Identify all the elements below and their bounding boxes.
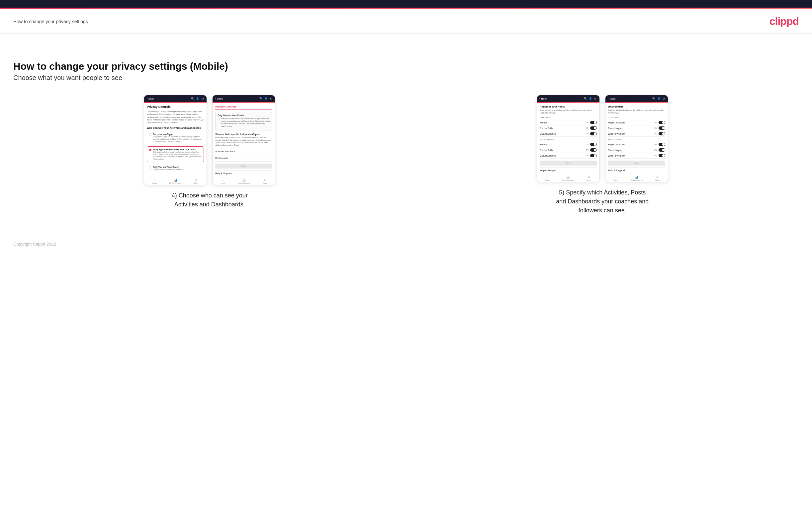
popup-box: Only You and Your Coach Only you and the… xyxy=(215,112,272,131)
search-icon[interactable]: 🔍 xyxy=(191,97,194,100)
toggle-coaches-player-switch[interactable] xyxy=(659,121,665,124)
toggle-followers-round-insights[interactable]: Round Insights ON xyxy=(608,147,665,153)
radio-option-approved[interactable]: Only Approved Followers and Your Coach O… xyxy=(147,146,204,162)
nav-menu-2[interactable]: ≡ Menu xyxy=(254,178,275,184)
radio-sublabel-1: Everyone on Clippd can search for you an… xyxy=(153,136,202,143)
toggle-followers-drills[interactable]: Practice Drills ON xyxy=(540,147,597,153)
performance-icon-4: 📊 xyxy=(635,175,638,179)
person-icon-4[interactable]: 👤 xyxy=(657,97,661,100)
nav-home-1[interactable]: ⌂ Home xyxy=(144,178,165,184)
toggle-label-followers-rounds: Rounds xyxy=(540,143,547,146)
radio-sublabel-3: Only you and the coaches you connect in xyxy=(153,169,183,171)
nav-home-2[interactable]: ⌂ Home xyxy=(212,178,234,184)
toggle-coaches-rounds[interactable]: Rounds ON xyxy=(540,120,597,125)
toggle-followers-rounds[interactable]: Rounds ON xyxy=(540,142,597,147)
nav-menu-4[interactable]: ≡ Menu xyxy=(647,175,668,181)
phone-back-btn-3[interactable]: ‹ Back xyxy=(539,97,547,100)
toggle-coaches-manual-switch[interactable] xyxy=(590,132,597,135)
search-icon-2[interactable]: 🔍 xyxy=(259,97,263,100)
menu-item-activities[interactable]: Activities and Posts › xyxy=(215,148,272,155)
on-text-7: ON xyxy=(654,121,657,123)
breadcrumb: How to change your privacy settings xyxy=(13,19,88,24)
screenshot-pair-1: ‹ Back 🔍 👤 ⚙ Privacy Controls Control ho… xyxy=(144,95,275,185)
toggle-followers-manual-switch[interactable] xyxy=(590,154,597,157)
caption-5: 5) Specify which Activities, Postsand Da… xyxy=(556,188,649,215)
settings-icon[interactable]: ⚙ xyxy=(201,97,204,100)
screenshot-group-right: ‹ Back 🔍 👤 ⚙ Activities and Posts Select… xyxy=(406,95,799,215)
toggle-followers-manual[interactable]: Manual Activities ON xyxy=(540,153,597,159)
help-support-4: Help & Support xyxy=(608,167,665,172)
save-button-3[interactable]: Save xyxy=(540,161,597,166)
screen1-desc: Control how you and your data appears to… xyxy=(147,110,204,124)
save-button-2[interactable]: Save xyxy=(215,164,272,169)
phone-body-1: Privacy Controls Control how you and you… xyxy=(144,103,207,177)
nav-perf-3[interactable]: 📊 My Performance xyxy=(558,175,578,181)
home-icon-4: ⌂ xyxy=(615,175,616,179)
on-text-12: ON xyxy=(654,155,657,157)
nav-menu-label-1: Menu xyxy=(194,182,199,184)
toggle-followers-player-switch[interactable] xyxy=(659,143,665,146)
toggle-coaches-manual[interactable]: Manual Activities ON xyxy=(540,131,597,137)
toggle-coaches-drills[interactable]: Practice Drills ON xyxy=(540,125,597,131)
nav-perf-1[interactable]: 📊 My Performance xyxy=(165,178,186,184)
nav-home-4[interactable]: ⌂ Home xyxy=(605,175,626,181)
phone-body-2: Privacy Controls Only You and Your Coach… xyxy=(212,103,275,177)
settings-icon-3[interactable]: ⚙ xyxy=(594,97,597,100)
save-button-4[interactable]: Save xyxy=(608,161,665,166)
phone-topbar-4: ‹ Back 🔍 👤 ⚙ xyxy=(605,95,668,102)
nav-perf-4[interactable]: 📊 My Performance xyxy=(626,175,647,181)
menu-item-dashboards[interactable]: Dashboards › xyxy=(215,155,272,162)
radio-option-everyone[interactable]: Everyone on Clippd Everyone on Clippd ca… xyxy=(147,131,204,144)
toggle-wrap-12: ON xyxy=(654,154,665,157)
toggle-followers-what-work[interactable]: What To Work On ON xyxy=(608,153,665,159)
back-label: Back xyxy=(148,97,154,100)
top-bar-accent xyxy=(0,8,812,9)
nav-perf-2[interactable]: 📊 My Performance xyxy=(234,178,254,184)
screenshot-pair-2: ‹ Back 🔍 👤 ⚙ Activities and Posts Select… xyxy=(537,95,668,182)
search-icon-3[interactable]: 🔍 xyxy=(584,97,587,100)
toggle-coaches-player-dash[interactable]: Player Dashboard ON xyxy=(608,120,665,125)
toggle-coaches-work-switch[interactable] xyxy=(659,132,665,135)
followers-label-4: FOLLOWERS xyxy=(608,138,665,140)
toggle-coaches-what-work[interactable]: What To Work On ON xyxy=(608,131,665,137)
nav-home-3[interactable]: ⌂ Home xyxy=(537,175,558,181)
toggle-followers-work-switch[interactable] xyxy=(659,154,665,157)
phone-back-btn-4[interactable]: ‹ Back xyxy=(608,97,615,100)
menu-icon-4: ≡ xyxy=(657,175,658,179)
person-icon[interactable]: 👤 xyxy=(196,97,199,100)
toggle-wrap-3: ON xyxy=(586,132,597,135)
toggle-wrap-10: ON xyxy=(654,143,665,146)
screen4-desc: Select the dashboards that you'd like to… xyxy=(608,109,665,114)
on-text-5: ON xyxy=(586,149,589,151)
label-followers-round-insights: Round Insights xyxy=(608,149,622,151)
person-icon-3[interactable]: 👤 xyxy=(589,97,592,100)
nav-home-label-4: Home xyxy=(613,179,618,181)
toggle-coaches-rounds-switch[interactable] xyxy=(590,121,597,124)
radio-option-youcoach[interactable]: Only You and Your Coach Only you and the… xyxy=(147,164,204,173)
search-icon-4[interactable]: 🔍 xyxy=(652,97,656,100)
show-hide-title: Show or hide specific features in Clippd xyxy=(215,133,272,135)
phone-back-btn[interactable]: ‹ Back xyxy=(146,97,154,100)
home-icon-3: ⌂ xyxy=(546,175,548,179)
person-icon-2[interactable]: 👤 xyxy=(264,97,268,100)
toggle-coaches-insights-switch[interactable] xyxy=(659,126,665,130)
radio-content-3: Only You and Your Coach Only you and the… xyxy=(153,166,183,171)
toggle-label-followers-drills: Practice Drills xyxy=(540,149,553,151)
toggle-followers-insights-switch[interactable] xyxy=(659,148,665,152)
popup-radio-selected: Only you and the coaches you connect wit… xyxy=(217,117,270,127)
settings-icon-2[interactable]: ⚙ xyxy=(269,97,273,100)
toggle-followers-rounds-switch[interactable] xyxy=(590,143,597,146)
nav-menu-3[interactable]: ≡ Menu xyxy=(578,175,600,181)
nav-menu-1[interactable]: ≡ Menu xyxy=(186,178,207,184)
chevron-activities: › xyxy=(272,150,273,153)
phone-back-btn-2[interactable]: ‹ Back xyxy=(215,97,222,100)
phone-topbar-2: ‹ Back 🔍 👤 ⚙ xyxy=(212,95,275,102)
settings-icon-4[interactable]: ⚙ xyxy=(662,97,666,100)
back-chevron-icon-3: ‹ xyxy=(539,97,540,100)
toggle-coaches-drills-switch[interactable] xyxy=(590,126,597,130)
coaches-label-4: COACHES xyxy=(608,116,665,118)
back-label-2: Back xyxy=(217,97,223,100)
toggle-followers-player-dash[interactable]: Player Dashboard ON xyxy=(608,142,665,147)
toggle-followers-drills-switch[interactable] xyxy=(590,148,597,152)
toggle-coaches-round-insights[interactable]: Round Insights ON xyxy=(608,125,665,131)
